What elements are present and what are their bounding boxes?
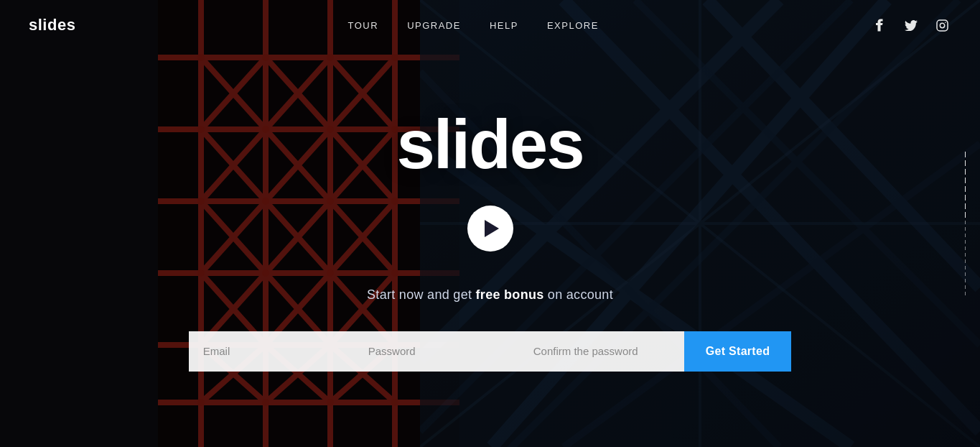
- scroll-line-dash-5: [965, 246, 966, 250]
- scroll-line-dash-6: [965, 253, 966, 257]
- scroll-line-dash-12: [965, 292, 966, 295]
- hero-section: slides TOUR UPGRADE HELP EXPLORE: [0, 0, 980, 447]
- play-icon: [485, 220, 499, 237]
- scroll-line-6: [965, 195, 966, 201]
- tagline-end: on account: [544, 287, 613, 302]
- scroll-line-2: [965, 160, 966, 166]
- scroll-line-dash-3: [965, 234, 966, 237]
- scroll-line-4: [965, 178, 966, 183]
- tagline-start: Start now and get: [367, 287, 476, 302]
- scroll-line-dash-7: [965, 259, 966, 263]
- scroll-line-dash-4: [965, 240, 966, 244]
- confirm-password-input[interactable]: [519, 331, 684, 372]
- scroll-line-dash-2: [965, 227, 966, 231]
- scroll-line-8: [965, 212, 966, 218]
- scroll-line-dash-10: [965, 279, 966, 282]
- play-button[interactable]: [467, 206, 513, 252]
- scroll-indicator: [965, 152, 966, 295]
- hero-content: slides Start now and get free bonus on a…: [0, 0, 980, 447]
- scroll-line-5: [965, 186, 966, 192]
- tagline: Start now and get free bonus on account: [367, 287, 613, 303]
- tagline-bold: free bonus: [476, 287, 544, 302]
- scroll-line-7: [965, 203, 966, 209]
- scroll-line-3: [965, 169, 966, 175]
- hero-title: slides: [396, 105, 583, 184]
- signup-form: Get Started: [189, 331, 792, 372]
- email-input[interactable]: [189, 331, 354, 372]
- scroll-line-1: [965, 152, 966, 157]
- get-started-button[interactable]: Get Started: [684, 331, 792, 372]
- scroll-line-dash-11: [965, 285, 966, 289]
- password-input[interactable]: [354, 331, 519, 372]
- scroll-line-dash-8: [965, 266, 966, 269]
- scroll-line-dash-1: [965, 221, 966, 224]
- scroll-line-dash-9: [965, 272, 966, 276]
